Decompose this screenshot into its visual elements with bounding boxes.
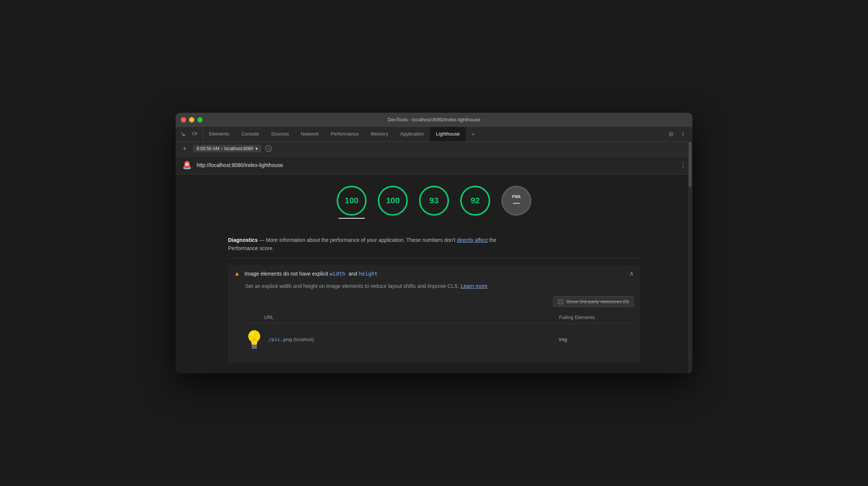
lh-url-text: http://localhost:8080/index-lighthouse — [197, 162, 675, 168]
devtools-toolbar: Elements Console Sources Network Perform… — [176, 127, 692, 142]
svg-point-2 — [670, 133, 672, 135]
scrollbar-track[interactable] — [688, 127, 692, 374]
svg-point-3 — [683, 132, 683, 133]
table-cell-url: /pic.png (localhost) — [245, 328, 559, 350]
issue-title: Image elements do not have explicit widt… — [245, 271, 378, 277]
lighthouse-icon: 🚨 — [182, 160, 192, 170]
tab-sources[interactable]: Sources — [265, 127, 295, 142]
svg-rect-0 — [192, 133, 196, 135]
svg-rect-7 — [252, 344, 257, 346]
svg-point-4 — [683, 134, 683, 134]
score-circle-seo[interactable]: 92 — [460, 186, 490, 216]
devtools-window: DevTools - localhost:8080/index-lighthou… — [176, 113, 692, 374]
score-circle-pwa[interactable]: PWA — — [501, 186, 531, 216]
col-header-url: URL — [245, 315, 559, 320]
main-content: 100 100 93 — [176, 174, 692, 374]
warning-icon: ▲ — [234, 270, 240, 277]
collapse-icon[interactable]: ∧ — [629, 270, 634, 277]
score-best-practices: 93 — [419, 186, 449, 219]
toolbar-icons — [176, 127, 203, 142]
inspect-element-button[interactable] — [179, 129, 188, 139]
score-circle-accessibility[interactable]: 100 — [378, 186, 408, 216]
url-chip[interactable]: 8:00:50 AM – localhost:8080 ▾ — [193, 145, 261, 152]
issue-table: URL Failing Elements — [245, 312, 634, 355]
score-accessibility: 100 — [378, 186, 408, 219]
tab-console[interactable]: Console — [235, 127, 265, 142]
issue-header: ▲ Image elements do not have explicit wi… — [228, 265, 640, 282]
score-circle-performance[interactable]: 100 — [337, 186, 367, 216]
tab-network[interactable]: Network — [295, 127, 325, 142]
close-button[interactable] — [181, 117, 186, 122]
table-cell-failing: img — [559, 337, 634, 342]
lh-more-options-button[interactable]: ⋮ — [680, 161, 686, 169]
directly-affect-link[interactable]: directly affect — [457, 237, 488, 243]
score-circle-best-practices[interactable]: 93 — [419, 186, 449, 216]
code-height: height — [359, 271, 378, 277]
issue-header-left: ▲ Image elements do not have explicit wi… — [234, 270, 378, 277]
scrollbar-thumb[interactable] — [689, 142, 692, 187]
minimize-button[interactable] — [189, 117, 194, 122]
code-width: width — [330, 271, 349, 277]
tab-more[interactable]: » — [466, 127, 480, 142]
third-party-checkbox-container: Show 3rd-party resources (0) — [245, 296, 634, 307]
add-tab-button[interactable]: + — [180, 144, 189, 153]
table-header: URL Failing Elements — [245, 312, 634, 324]
fullscreen-button[interactable] — [197, 117, 203, 122]
tabs-container: Elements Console Sources Network Perform… — [203, 127, 662, 142]
checkbox-box[interactable] — [558, 299, 563, 304]
lh-url-bar: 🚨 http://localhost:8080/index-lighthouse… — [176, 156, 692, 174]
diagnostics-description: — More information about the performance… — [259, 237, 457, 243]
svg-rect-9 — [252, 347, 257, 349]
issue-description: Set an explicit width and height on imag… — [245, 282, 634, 290]
stop-loading-button[interactable]: ⊘ — [265, 145, 272, 152]
svg-point-5 — [683, 135, 683, 136]
tab-performance[interactable]: Performance — [325, 127, 364, 142]
col-header-failing: Failing Elements — [559, 315, 634, 320]
tab-memory[interactable]: Memory — [365, 127, 394, 142]
third-party-checkbox-label[interactable]: Show 3rd-party resources (0) — [553, 296, 634, 307]
device-toggle-button[interactable] — [190, 129, 200, 139]
table-row: /pic.png (localhost) img — [245, 324, 634, 355]
score-pwa: PWA — — [501, 186, 531, 219]
score-seo: 92 — [460, 186, 490, 219]
svg-rect-8 — [252, 346, 257, 347]
diagnostics-title: Diagnostics — [228, 237, 258, 243]
issue-detail: Set an explicit width and height on imag… — [228, 282, 640, 363]
resource-url-link[interactable]: /pic.png — [268, 337, 292, 342]
svg-point-10 — [251, 332, 253, 336]
settings-button[interactable] — [666, 129, 676, 139]
address-bar: + 8:00:50 AM – localhost:8080 ▾ ⊘ — [176, 142, 692, 156]
svg-rect-1 — [196, 133, 197, 134]
url-cell-content: /pic.png (localhost) — [268, 337, 314, 342]
window-title: DevTools - localhost:8080/index-lighthou… — [388, 117, 480, 122]
tab-lighthouse[interactable]: Lighthouse — [430, 127, 466, 142]
traffic-lights — [181, 117, 203, 122]
learn-more-link[interactable]: Learn more — [461, 283, 488, 289]
lightbulb-thumbnail — [245, 328, 263, 350]
tab-application[interactable]: Application — [394, 127, 430, 142]
tab-elements[interactable]: Elements — [203, 127, 235, 142]
issue-row: ▲ Image elements do not have explicit wi… — [228, 265, 640, 363]
score-circles: 100 100 93 — [183, 186, 685, 219]
address-text: 8:00:50 AM – localhost:8080 — [197, 146, 253, 151]
diagnostics-section: Diagnostics — More information about the… — [228, 230, 640, 363]
more-options-button[interactable] — [678, 129, 688, 139]
dropdown-arrow: ▾ — [255, 146, 258, 151]
score-performance: 100 — [337, 186, 367, 219]
diagnostics-header: Diagnostics — More information about the… — [228, 230, 640, 259]
score-underline-performance — [339, 218, 365, 219]
title-bar: DevTools - localhost:8080/index-lighthou… — [176, 113, 692, 127]
